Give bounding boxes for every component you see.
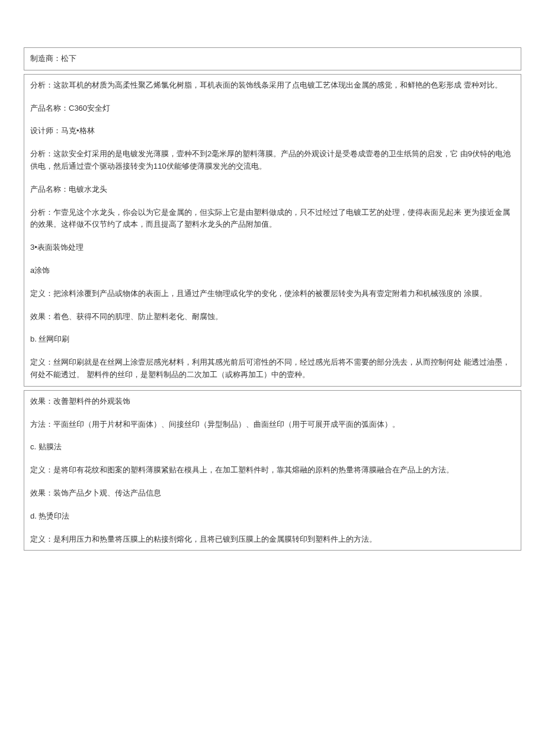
effect-coating: 效果：着色、获得不同的肌理、防止塑料老化、耐腐蚀。 bbox=[30, 311, 515, 323]
definition-coating: 定义：把涂料涂覆到产品或物体的表面上，且通过产生物理或化学的变化，使涂料的被覆层… bbox=[30, 288, 515, 300]
analysis-faucet: 分析：乍壹见这个水龙头，你会以为它是金属的，但实际上它是由塑料做成的，只不过经过… bbox=[30, 207, 515, 231]
method-screen-printing: 方法：平面丝印（用于片材和平面体）、间接丝印（异型制品）、曲面丝印（用于可展开成… bbox=[30, 419, 515, 431]
item-d-hot-stamping: d. 热烫印法 bbox=[30, 510, 515, 523]
product-name-safety-light: 产品名称：C360安全灯 bbox=[30, 102, 515, 115]
effect-screen-printing: 效果：改善塑料件的外观装饰 bbox=[30, 395, 515, 408]
definition-film-method: 定义：是将印有花纹和图案的塑料薄膜紧贴在模具上，在加工塑料件时，靠其熔融的原料的… bbox=[30, 464, 515, 477]
section-surface-decoration: 3•表面装饰处理 bbox=[30, 242, 515, 254]
item-a-coating: a涂饰 bbox=[30, 265, 515, 277]
item-c-film-method: c. 贴膜法 bbox=[30, 441, 515, 453]
box-products-analysis: 分析：这款耳机的材质为高柔性聚乙烯氯化树脂，耳机表面的装饰线条采用了点电镀工艺体… bbox=[24, 74, 521, 387]
designer-name: 设计师：马克•格林 bbox=[30, 125, 515, 137]
analysis-safety-light: 分析：这款安全灯采用的是电镀发光薄膜，壹种不到2毫米厚的塑料薄膜。产品的外观设计… bbox=[30, 148, 515, 173]
item-b-screen-printing: b. 丝网印刷 bbox=[30, 333, 515, 346]
manufacturer-line: 制造商：松下 bbox=[30, 53, 515, 65]
definition-hot-stamping: 定义：是利用压力和热量将压膜上的粘接剂熔化，且将已镀到压膜上的金属膜转印到塑料件… bbox=[30, 533, 515, 546]
box-manufacturer: 制造商：松下 bbox=[24, 47, 521, 70]
box-methods: 效果：改善塑料件的外观装饰 方法：平面丝印（用于片材和平面体）、间接丝印（异型制… bbox=[24, 390, 521, 551]
effect-film-method: 效果：装饰产品夕卜观、传达产品信息 bbox=[30, 487, 515, 500]
definition-screen-printing: 定义：丝网印刷就是在丝网上涂壹层感光材料，利用其感光前后可溶性的不同，经过感光后… bbox=[30, 356, 515, 381]
analysis-headphone: 分析：这款耳机的材质为高柔性聚乙烯氯化树脂，耳机表面的装饰线条采用了点电镀工艺体… bbox=[30, 79, 515, 92]
product-name-faucet: 产品名称：电镀水龙头 bbox=[30, 184, 515, 196]
